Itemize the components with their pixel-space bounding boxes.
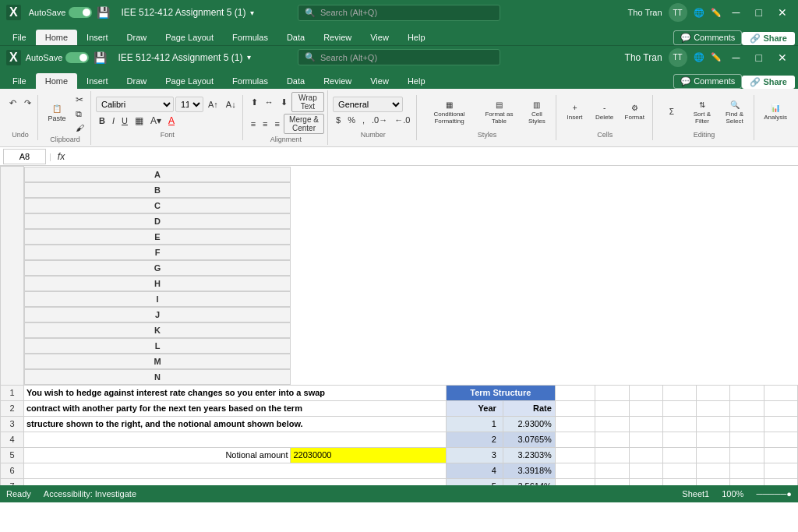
cell-M1[interactable]	[730, 385, 764, 400]
font-family-select[interactable]: Calibri	[96, 97, 174, 112]
align-right-button[interactable]: ≡	[272, 118, 283, 130]
cell-J1[interactable]	[629, 385, 662, 400]
italic-button[interactable]: I	[109, 115, 118, 127]
autosave-toggle-2[interactable]	[65, 52, 89, 63]
format-cells-button[interactable]: ⚙ Format	[620, 100, 649, 124]
cell-G4[interactable]: 3.0765%	[503, 432, 555, 447]
cell-G2-rate[interactable]: Rate	[503, 400, 555, 416]
tab-home-2[interactable]: Home	[36, 73, 77, 89]
percent-button[interactable]: %	[344, 114, 358, 126]
sheet-tab[interactable]: Sheet1	[682, 489, 709, 499]
user-avatar-1[interactable]: TT	[669, 3, 687, 22]
decrease-decimal-button[interactable]: ←.0	[391, 114, 413, 126]
formula-input[interactable]	[71, 149, 795, 164]
cell-M3[interactable]	[730, 416, 764, 432]
tab-pagelayout-2[interactable]: Page Layout	[156, 73, 223, 89]
cell-I2[interactable]	[595, 400, 629, 416]
align-left-button[interactable]: ≡	[248, 118, 259, 130]
cell-A2[interactable]: contract with another party for the next…	[24, 400, 447, 416]
cell-G3[interactable]: 2.9300%	[503, 416, 555, 432]
col-header-K[interactable]: K	[24, 322, 291, 338]
align-bottom-button[interactable]: ⬇	[277, 96, 291, 109]
dropdown-icon-2[interactable]: ▾	[247, 53, 251, 62]
cell-B5[interactable]: 22030000	[291, 447, 446, 463]
cell-N5[interactable]	[764, 447, 797, 463]
format-painter-button[interactable]: 🖌	[72, 122, 87, 134]
font-color-button[interactable]: A	[165, 114, 178, 128]
cell-I6[interactable]	[595, 463, 629, 478]
tab-data-1[interactable]: Data	[277, 30, 314, 45]
font-size-select[interactable]: 11	[175, 97, 203, 112]
cell-H5[interactable]	[555, 447, 595, 463]
cell-K1[interactable]	[662, 385, 696, 400]
tab-help-1[interactable]: Help	[398, 30, 435, 45]
align-top-button[interactable]: ⬆	[248, 96, 261, 109]
cell-L3[interactable]	[697, 416, 730, 432]
cell-A1[interactable]: You wish to hedge against interest rate …	[24, 385, 447, 400]
maximize-button-2[interactable]: □	[751, 51, 767, 64]
pen-icon[interactable]: ✏️	[711, 8, 722, 18]
paste-button[interactable]: 📋 Paste	[43, 101, 71, 125]
share-button-1[interactable]: 🔗 Share	[742, 32, 795, 45]
col-header-D[interactable]: D	[24, 213, 291, 229]
fill-color-button[interactable]: A▾	[147, 114, 164, 128]
cell-L6[interactable]	[697, 463, 730, 478]
currency-button[interactable]: $	[333, 114, 344, 126]
tab-review-1[interactable]: Review	[314, 30, 361, 45]
tab-home-1[interactable]: Home	[36, 30, 77, 45]
underline-button[interactable]: U	[118, 115, 131, 127]
cell-G6[interactable]: 3.3918%	[503, 463, 555, 478]
cell-H3[interactable]	[555, 416, 595, 432]
borders-button[interactable]: ▦	[132, 114, 147, 128]
cell-M5[interactable]	[730, 447, 764, 463]
tab-insert-1[interactable]: Insert	[77, 30, 118, 45]
cell-H7[interactable]	[555, 478, 595, 485]
tab-help-2[interactable]: Help	[398, 73, 435, 89]
save-icon-2[interactable]: 💾	[94, 51, 107, 64]
cell-H4[interactable]	[555, 432, 595, 447]
insert-cells-button[interactable]: + Insert	[561, 100, 589, 124]
col-header-J[interactable]: J	[24, 307, 291, 322]
cell-F7[interactable]: 5	[446, 478, 503, 485]
cell-K5[interactable]	[662, 447, 696, 463]
autosave-toggle[interactable]	[69, 7, 92, 18]
tab-formulas-1[interactable]: Formulas	[223, 30, 277, 45]
cell-H1[interactable]	[555, 385, 595, 400]
wrap-text-button[interactable]: Wrap Text	[291, 92, 324, 112]
col-header-G[interactable]: G	[24, 260, 291, 276]
cell-N1[interactable]	[764, 385, 797, 400]
redo-button[interactable]: ↷	[21, 97, 34, 110]
cell-M7[interactable]	[730, 478, 764, 485]
comments-button-2[interactable]: 💬 Comments	[673, 74, 742, 89]
cell-I4[interactable]	[595, 432, 629, 447]
number-format-select[interactable]: General Number Currency Percentage	[333, 97, 403, 112]
maximize-button-1[interactable]: □	[751, 6, 767, 19]
find-select-button[interactable]: 🔍 Find & Select	[719, 97, 750, 128]
tab-draw-1[interactable]: Draw	[118, 30, 157, 45]
cell-M2[interactable]	[730, 400, 764, 416]
pen-icon-2[interactable]: ✏️	[711, 52, 722, 62]
fx-button[interactable]: fx	[55, 150, 68, 164]
analyze-data-button[interactable]: 📊 Analysis	[759, 100, 792, 124]
cell-K4[interactable]	[662, 432, 696, 447]
cell-reference-input[interactable]	[3, 149, 46, 164]
cell-A7[interactable]	[24, 478, 447, 485]
cell-K7[interactable]	[662, 478, 696, 485]
close-button-2[interactable]: ✕	[773, 51, 792, 64]
cell-M4[interactable]	[730, 432, 764, 447]
format-as-table-button[interactable]: ▤ Format as Table	[478, 97, 520, 128]
cell-F1-term-header[interactable]: Term Structure	[446, 385, 555, 400]
bold-button[interactable]: B	[96, 115, 108, 127]
undo-button[interactable]: ↶	[6, 97, 19, 110]
cell-N7[interactable]	[764, 478, 797, 485]
col-header-E[interactable]: E	[24, 229, 291, 245]
comments-button-1[interactable]: 💬 Comments	[673, 30, 742, 45]
tab-pagelayout-1[interactable]: Page Layout	[156, 30, 223, 45]
conditional-format-button[interactable]: ▦ Conditional Formatting	[422, 97, 476, 128]
cell-N4[interactable]	[764, 432, 797, 447]
tab-file-2[interactable]: File	[3, 73, 36, 89]
close-button-1[interactable]: ✕	[773, 6, 792, 19]
cell-F6[interactable]: 4	[446, 463, 503, 478]
search-box-2[interactable]: 🔍 Search (Alt+Q)	[298, 49, 500, 65]
cell-L5[interactable]	[697, 447, 730, 463]
